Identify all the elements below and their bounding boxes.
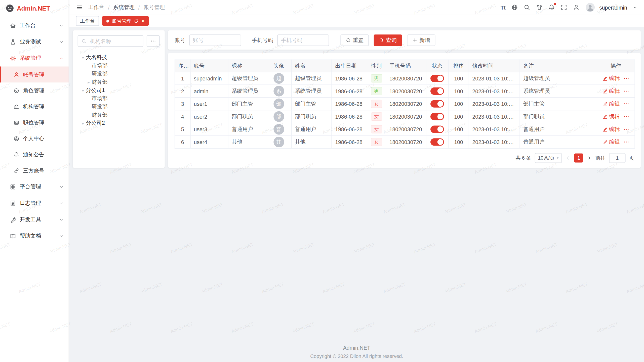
phone-input[interactable] xyxy=(277,34,329,46)
tab-refresh-icon[interactable] xyxy=(134,19,138,23)
tree-node[interactable]: 财务部 xyxy=(78,111,160,119)
edit-button[interactable]: 编辑 xyxy=(602,75,620,82)
org-search[interactable] xyxy=(78,35,143,47)
tab-account-manage[interactable]: 账号管理× xyxy=(102,16,149,26)
row-more-button[interactable] xyxy=(623,126,629,132)
sidebar-item-personal-center[interactable]: 个人中心 xyxy=(0,130,69,147)
tab-workbench[interactable]: 工作台 xyxy=(76,16,99,26)
breadcrumb-item[interactable]: 账号管理 xyxy=(143,4,165,11)
chevron-down-icon xyxy=(59,217,64,222)
tree-node[interactable]: 市场部 xyxy=(78,95,160,103)
sidebar-menu: 工作台业务测试系统管理账号管理角色管理机构管理职位管理个人中心通知公告三方账号平… xyxy=(0,16,69,244)
page-size-select[interactable]: 10条/页 ▾ xyxy=(535,153,562,163)
edit-button[interactable]: 编辑 xyxy=(602,87,620,95)
fullscreen-icon[interactable] xyxy=(561,4,567,11)
edit-button[interactable]: 编辑 xyxy=(602,113,620,120)
tree-node[interactable]: 市场部 xyxy=(78,62,160,70)
sidebar-item-log-manage[interactable]: 日志管理 xyxy=(0,195,69,211)
log-icon xyxy=(10,200,16,206)
cell-no: 6 xyxy=(175,136,190,149)
tree-node[interactable]: ▾大名科技 xyxy=(78,53,160,62)
column-header-gender: 性别 xyxy=(367,60,386,72)
cell-order: 100 xyxy=(448,98,469,110)
edit-button[interactable]: 编辑 xyxy=(602,100,620,107)
tree-node[interactable]: ▸分公司2 xyxy=(78,119,160,127)
status-toggle[interactable] xyxy=(430,87,444,95)
column-header-time: 修改时间 xyxy=(469,60,520,72)
goto-page-input[interactable] xyxy=(609,153,625,163)
logo[interactable]: Admin.NET xyxy=(0,0,69,16)
status-toggle[interactable] xyxy=(430,75,444,82)
tree-node[interactable]: 研发部 xyxy=(78,103,160,111)
main-area: 工作台/系统管理/账号管理 Tt superadmin 工作台账号管理× xyxy=(69,0,644,362)
status-toggle[interactable] xyxy=(430,113,444,120)
cell-avatar: 系 xyxy=(266,85,291,98)
chevron-down-icon xyxy=(59,40,64,44)
tree-node[interactable]: ▸财务部 xyxy=(78,78,160,86)
status-toggle[interactable] xyxy=(430,138,444,146)
sidebar-item-help-docs[interactable]: 帮助文档 xyxy=(0,228,69,244)
breadcrumb-item[interactable]: 工作台 xyxy=(88,4,104,11)
cell-birth: 1986-06-28 xyxy=(332,136,367,149)
chevron-down-icon[interactable] xyxy=(633,5,637,10)
sidebar-item-account-manage[interactable]: 账号管理 xyxy=(0,66,69,82)
org-search-input[interactable] xyxy=(89,37,140,44)
username[interactable]: superadmin xyxy=(599,4,627,10)
sidebar-item-role-manage[interactable]: 角色管理 xyxy=(0,82,69,99)
cell-account: admin xyxy=(190,85,228,98)
edit-button[interactable]: 编辑 xyxy=(602,126,620,133)
page-number[interactable]: 1 xyxy=(574,154,583,163)
row-more-button[interactable] xyxy=(623,88,629,94)
sidebar-item-platform-manage[interactable]: 平台管理 xyxy=(0,178,69,195)
edit-button[interactable]: 编辑 xyxy=(602,138,620,146)
search-icon[interactable] xyxy=(524,4,530,11)
avatar[interactable] xyxy=(585,3,595,12)
breadcrumb-item[interactable]: 系统管理 xyxy=(113,4,135,11)
sidebar-item-business-test[interactable]: 业务测试 xyxy=(0,34,69,50)
gender-tag: 男 xyxy=(371,87,382,95)
row-more-button[interactable] xyxy=(623,101,629,107)
cell-time: 2023-01-03 10:59:44 xyxy=(469,98,520,110)
sidebar-item-dev-tools[interactable]: 开发工具 xyxy=(0,211,69,228)
cell-order: 100 xyxy=(448,110,469,123)
table-row: 6user4其他其其他1986-06-28女180200307201002023… xyxy=(175,136,635,149)
cell-birth: 1986-06-28 xyxy=(332,72,367,85)
add-button[interactable]: 新增 xyxy=(407,34,435,46)
sidebar-item-position-manage[interactable]: 职位管理 xyxy=(0,115,69,131)
tab-close-icon[interactable]: × xyxy=(141,18,144,24)
tab-label: 工作台 xyxy=(80,17,95,24)
theme-icon[interactable] xyxy=(536,4,543,11)
row-more-button[interactable] xyxy=(623,75,629,81)
language-icon[interactable] xyxy=(511,4,518,11)
org-more-button[interactable] xyxy=(147,35,160,47)
menu-collapse-icon[interactable] xyxy=(76,4,83,11)
sidebar-item-third-account[interactable]: 三方账号 xyxy=(0,163,69,179)
notification-icon[interactable] xyxy=(548,4,555,11)
tree-node[interactable]: ▾分公司1 xyxy=(78,86,160,95)
font-size-icon[interactable]: Tt xyxy=(501,4,506,10)
status-toggle[interactable] xyxy=(430,100,444,107)
tree-node[interactable]: 研发部 xyxy=(78,70,160,78)
column-header-no: 序号 xyxy=(175,60,190,72)
edit-label: 编辑 xyxy=(609,75,620,82)
status-toggle[interactable] xyxy=(430,126,444,133)
cell-remark: 部门职员 xyxy=(520,110,597,123)
row-actions: 编辑 xyxy=(600,87,631,95)
sidebar-item-system-manage[interactable]: 系统管理 xyxy=(0,50,69,66)
sidebar-item-notice[interactable]: 通知公告 xyxy=(0,147,69,163)
row-more-button[interactable] xyxy=(623,114,629,119)
cell-time: 2023-01-03 10:59:44 xyxy=(469,136,520,149)
prev-page-button[interactable] xyxy=(566,156,571,161)
search-button[interactable]: 查询 xyxy=(374,34,402,46)
edit-icon xyxy=(602,139,608,145)
sidebar-item-org-manage[interactable]: 机构管理 xyxy=(0,99,69,115)
reset-button[interactable]: 重置 xyxy=(340,34,369,46)
next-page-button[interactable] xyxy=(587,156,592,161)
profile-icon[interactable] xyxy=(573,4,580,11)
row-more-button[interactable] xyxy=(623,139,629,145)
cell-status xyxy=(426,72,448,85)
sidebar-item-workbench[interactable]: 工作台 xyxy=(0,17,69,34)
cell-phone: 18020030720 xyxy=(386,98,426,110)
account-table: 序号账号昵称头像姓名出生日期性别手机号码状态排序修改时间备注操作 1supera… xyxy=(175,60,635,149)
account-input[interactable] xyxy=(189,34,241,46)
